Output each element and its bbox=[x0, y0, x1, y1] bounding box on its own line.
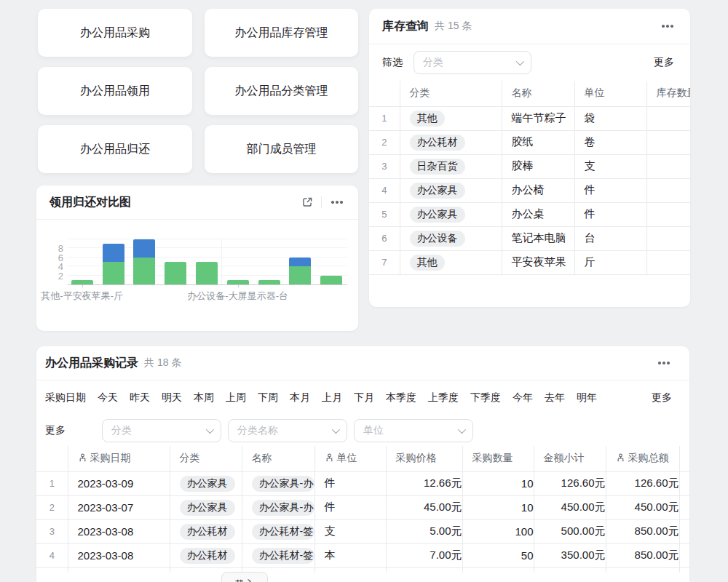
unit-cell: 件 bbox=[574, 202, 646, 226]
price-cell: 12.66元 bbox=[386, 471, 462, 495]
stock-cell bbox=[646, 154, 690, 178]
date-filter-option[interactable]: 下月 bbox=[354, 391, 374, 404]
unit-cell: 台 bbox=[574, 226, 646, 250]
category-filter-dropdown[interactable]: 分类 bbox=[414, 51, 531, 74]
more-menu-icon[interactable] bbox=[660, 18, 676, 34]
unit-cell: 件 bbox=[314, 495, 386, 519]
extra-cell bbox=[679, 495, 689, 519]
nav-button[interactable]: 办公用品分类管理 bbox=[205, 67, 358, 115]
inventory-row[interactable]: 3 日杂百货 胶棒 支 bbox=[369, 154, 690, 178]
date-filter-option[interactable]: 下周 bbox=[258, 391, 278, 404]
clipped-row bbox=[36, 567, 689, 573]
total-cell: 126.60元 bbox=[606, 471, 679, 495]
stock-cell bbox=[646, 202, 690, 226]
lookup-icon bbox=[616, 453, 625, 463]
dropdown-placeholder: 分类 bbox=[423, 56, 443, 69]
purchase-row[interactable]: 1 2023-03-09 办公家具 办公家具-办 件 12.66元 10 126… bbox=[36, 471, 689, 495]
category-cell: 办公耗材 bbox=[400, 130, 502, 154]
date-filter-bar: 采购日期 今天 昨天 明天 本周 上周 下周 本月 上月 bbox=[36, 380, 689, 415]
more-filters-link[interactable]: 更多 bbox=[654, 56, 674, 69]
filter-dropdown[interactable]: 单位 bbox=[354, 419, 473, 442]
filter-dropdown[interactable]: 分类 bbox=[102, 419, 221, 442]
date-filter-option[interactable]: 上周 bbox=[226, 391, 246, 404]
bar-segment-归还 bbox=[103, 244, 124, 262]
inventory-row[interactable]: 2 办公耗材 胶纸 卷 bbox=[369, 130, 690, 154]
date-filter-option[interactable]: 下季度 bbox=[470, 391, 501, 404]
nav-button[interactable]: 办公用品领用 bbox=[38, 67, 192, 115]
chevron-down-icon bbox=[206, 426, 214, 434]
col-header-unit: 单位 bbox=[314, 446, 386, 471]
load-button[interactable]: 载入 bbox=[221, 572, 268, 582]
chevron-down-icon bbox=[458, 426, 466, 434]
unit-cell: 斤 bbox=[574, 250, 646, 274]
total-cell: 850.00元 bbox=[606, 519, 679, 543]
purchase-row[interactable]: 2 2023-03-07 办公家具 办公家具-办 件 45.00元 10 450… bbox=[36, 495, 689, 519]
nav-button[interactable]: 办公用品采购 bbox=[38, 9, 192, 57]
purchase-row[interactable]: 3 2023-03-08 办公耗材 办公耗材-签 支 5.00元 100 500… bbox=[36, 519, 689, 543]
dropdown-filter-bar: 更多 分类 分类名称 单位 bbox=[36, 415, 689, 446]
more-menu-icon[interactable] bbox=[329, 194, 345, 210]
divider bbox=[321, 196, 322, 208]
nav-button[interactable]: 部门成员管理 bbox=[205, 125, 358, 173]
name-cell: 胶棒 bbox=[502, 154, 574, 178]
date-filter-option[interactable]: 今天 bbox=[98, 391, 118, 404]
date-filter-option[interactable]: 本季度 bbox=[386, 391, 416, 404]
dashboard-page: 办公用品采购 办公用品库存管理 办公用品领用 办公用品分类管理 办公用品归还 部… bbox=[0, 0, 728, 582]
inventory-row[interactable]: 1 其他 端午节粽子 袋 bbox=[369, 106, 690, 130]
nav-button[interactable]: 办公用品库存管理 bbox=[205, 9, 358, 57]
stock-cell bbox=[646, 250, 690, 274]
expand-export-icon[interactable] bbox=[301, 196, 314, 209]
date-filter-option[interactable]: 上月 bbox=[322, 391, 342, 404]
date-filter-option[interactable]: 上季度 bbox=[428, 391, 459, 404]
name-cell: 平安夜苹果 bbox=[502, 250, 574, 274]
category-tag: 其他 bbox=[410, 255, 445, 271]
col-header-subtotal: 金额小计 bbox=[534, 446, 606, 471]
row-index: 1 bbox=[369, 106, 400, 130]
unit-cell: 卷 bbox=[574, 130, 646, 154]
ellipsis-glyph bbox=[666, 25, 669, 28]
inventory-row[interactable]: 6 办公设备 笔记本电脑 台 bbox=[369, 226, 690, 250]
bar-segment-归还 bbox=[289, 258, 311, 266]
date-filter-option[interactable]: 明天 bbox=[162, 391, 182, 404]
name-cell: 办公家具-办 bbox=[242, 471, 314, 495]
stock-cell bbox=[646, 178, 690, 202]
ellipsis-glyph bbox=[662, 362, 665, 364]
category-cell: 办公耗材 bbox=[170, 543, 242, 567]
row-index: 2 bbox=[36, 495, 68, 519]
ellipsis-glyph bbox=[336, 201, 339, 204]
date-filter-option[interactable]: 本周 bbox=[194, 391, 214, 404]
category-cell: 日杂百货 bbox=[400, 154, 502, 178]
inventory-record-count: 共 15 条 bbox=[435, 20, 472, 33]
unit-cell: 袋 bbox=[574, 106, 646, 130]
col-header-price: 采购价格 bbox=[386, 446, 462, 471]
nav-button[interactable]: 办公用品归还 bbox=[38, 125, 192, 173]
date-filter-option[interactable]: 去年 bbox=[545, 391, 565, 404]
stock-cell bbox=[646, 226, 690, 250]
date-filter-option[interactable]: 昨天 bbox=[130, 391, 150, 404]
col-header-name: 名称 bbox=[242, 446, 314, 471]
inventory-row[interactable]: 4 办公家具 办公椅 件 bbox=[369, 178, 690, 202]
inventory-header-row: 分类 名称 单位 库存数量 bbox=[369, 81, 690, 106]
stock-cell bbox=[646, 130, 690, 154]
col-header-extra bbox=[679, 446, 689, 471]
bar-segment-领用 bbox=[320, 276, 342, 284]
more-menu-icon[interactable] bbox=[656, 355, 672, 371]
chart-title: 领用归还对比图 bbox=[50, 195, 131, 210]
filter-dropdown[interactable]: 分类名称 bbox=[228, 419, 347, 442]
purchase-header-row: 采购日期 分类 名称 单位 采购价格 采购数量 金额小计 采购总额 bbox=[36, 446, 689, 471]
date-filter-option[interactable]: 本月 bbox=[290, 391, 310, 404]
date-filter-option[interactable]: 明年 bbox=[577, 391, 597, 404]
col-header-stock: 库存数量 bbox=[646, 81, 690, 106]
more-date-filters-link[interactable]: 更多 bbox=[652, 391, 672, 404]
bar-segment-领用 bbox=[289, 266, 311, 284]
purchase-row[interactable]: 4 2023-03-08 办公耗材 办公耗材-签 本 7.00元 50 350.… bbox=[36, 543, 689, 567]
row-index: 7 bbox=[369, 250, 400, 274]
inventory-row[interactable]: 7 其他 平安夜苹果 斤 bbox=[369, 250, 690, 274]
col-header-total-label: 采购总额 bbox=[628, 452, 669, 463]
inventory-row[interactable]: 5 办公家具 办公桌 件 bbox=[369, 202, 690, 226]
category-cell: 其他 bbox=[400, 250, 502, 274]
category-tag: 办公家具 bbox=[180, 500, 235, 516]
col-header-qty: 采购数量 bbox=[462, 446, 534, 471]
date-filter-option[interactable]: 今年 bbox=[513, 391, 533, 404]
bar-segment-领用 bbox=[133, 258, 155, 284]
